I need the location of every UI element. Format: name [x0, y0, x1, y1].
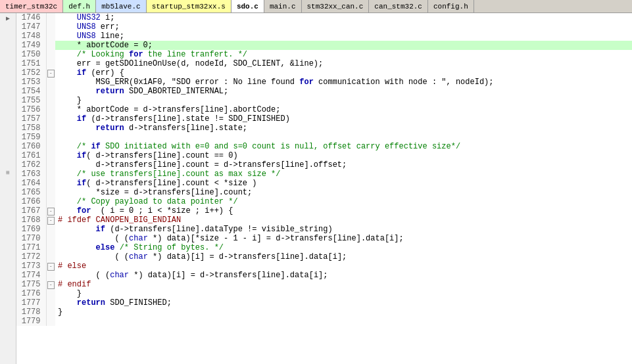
fold-indicator	[46, 59, 55, 68]
table-row: 1749 * abortCode = 0;	[16, 41, 632, 50]
code-line	[55, 133, 632, 142]
fold-indicator[interactable]: -	[46, 280, 55, 289]
table-row: 1773-# else	[16, 262, 632, 271]
code-line: MSG_ERR(0x1AF0, "SDO error : No line fou…	[55, 78, 632, 87]
line-number: 1760	[16, 142, 46, 151]
fold-indicator	[46, 133, 55, 142]
code-line: err = getSDOlineOnUse(d, nodeId, SDO_CLI…	[55, 59, 632, 68]
code-area: 1746 UNS32 i;1747 UNS8 err;1748 UNS8 lin…	[16, 13, 632, 364]
table-row: 1769 if (d->transfers[line].dataType != …	[16, 225, 632, 234]
code-line: /* use transfers[line].count as max size…	[55, 170, 632, 179]
code-line: /* Copy payload to data pointer */	[55, 197, 632, 206]
fold-indicator	[46, 298, 55, 307]
code-line: if (err) {	[55, 68, 632, 78]
code-line: if (d->transfers[line].state != SDO_FINI…	[55, 114, 632, 124]
table-row: 1755 }	[16, 96, 632, 105]
table-row: 1753 MSG_ERR(0x1AF0, "SDO error : No lin…	[16, 78, 632, 87]
table-row: 1746 UNS32 i;	[16, 13, 632, 22]
line-number: 1761	[16, 151, 46, 160]
code-line: }	[55, 289, 632, 298]
table-row: 1775-# endif	[16, 280, 632, 289]
table-row: 1771 else /* String of bytes. */	[16, 243, 632, 252]
fold-indicator	[46, 142, 55, 151]
table-row: 1767- for ( i = 0 ; i < *size ; i++) {	[16, 206, 632, 216]
tab-def-h[interactable]: def.h	[63, 0, 96, 12]
table-row: 1779	[16, 317, 632, 326]
code-line: ( (char *) data)[i] = d->transfers[line]…	[55, 271, 632, 280]
line-number: 1755	[16, 96, 46, 105]
fold-indicator	[46, 160, 55, 170]
fold-indicator	[46, 252, 55, 262]
code-line: return d->transfers[line].state;	[55, 124, 632, 133]
tab-timer-stm32c[interactable]: timer_stm32c	[0, 0, 63, 12]
table-row: 1761 if( d->transfers[line].count == 0)	[16, 151, 632, 160]
fold-indicator[interactable]: -	[46, 216, 55, 225]
line-number: 1747	[16, 22, 46, 32]
code-line: # endif	[55, 280, 632, 289]
tab-config-h[interactable]: config.h	[428, 0, 474, 12]
tab-mb5lave-c[interactable]: mb5lave.c	[96, 0, 146, 12]
code-line: if (d->transfers[line].dataType != visib…	[55, 225, 632, 234]
table-row: 1772 ( (char *) data)[i] = d->transfers[…	[16, 252, 632, 262]
gutter-left: ▶ ≡	[0, 13, 16, 364]
table-row: 1768-# ifdef CANOPEN_BIG_ENDIAN	[16, 216, 632, 225]
table-row: 1759	[16, 133, 632, 142]
tab-main-c[interactable]: main.c	[264, 0, 302, 12]
fold-indicator[interactable]: -	[46, 206, 55, 216]
code-line: d->transfers[line].count = d->transfers[…	[55, 160, 632, 170]
line-number: 1773	[16, 262, 46, 271]
tab-sdo-c[interactable]: sdo.c	[231, 0, 264, 12]
table-row: 1762 d->transfers[line].count = d->trans…	[16, 160, 632, 170]
tab-bar: timer_stm32cdef.hmb5lave.cstartup_stm32x…	[0, 0, 632, 13]
table-row: 1748 UNS8 line;	[16, 32, 632, 41]
gutter-icon-2: ≡	[6, 168, 10, 178]
code-line: if( d->transfers[line].count == 0)	[55, 151, 632, 160]
table-row: 1764 if( d->transfers[line].count < *siz…	[16, 179, 632, 188]
code-line: * abortCode = d->transfers[line].abortCo…	[55, 105, 632, 114]
line-number: 1766	[16, 197, 46, 206]
code-line: else /* String of bytes. */	[55, 243, 632, 252]
code-line: for ( i = 0 ; i < *size ; i++) {	[55, 206, 632, 216]
line-number: 1775	[16, 280, 46, 289]
line-number: 1776	[16, 289, 46, 298]
code-line: * abortCode = 0;	[55, 41, 632, 50]
tab-can-stm32-c[interactable]: can_stm32.c	[369, 0, 428, 12]
fold-indicator	[46, 225, 55, 234]
line-number: 1774	[16, 271, 46, 280]
fold-indicator	[46, 32, 55, 41]
line-number: 1765	[16, 188, 46, 197]
fold-indicator[interactable]: -	[46, 262, 55, 271]
line-number: 1778	[16, 307, 46, 317]
line-number: 1779	[16, 317, 46, 326]
fold-indicator	[46, 188, 55, 197]
table-row: 1777 return SDO_FINISHED;	[16, 298, 632, 307]
code-table: 1746 UNS32 i;1747 UNS8 err;1748 UNS8 lin…	[16, 13, 632, 326]
tab-stm32xx-can-c[interactable]: stm32xx_can.c	[302, 0, 370, 12]
table-row: 1778}	[16, 307, 632, 317]
tab-startup-stm32xx-s[interactable]: startup_stm32xx.s	[147, 0, 231, 12]
table-row: 1765 *size = d->transfers[line].count;	[16, 188, 632, 197]
table-row: 1770 ( (char *) data)[*size - 1 - i] = d…	[16, 234, 632, 243]
line-number: 1749	[16, 41, 46, 50]
fold-indicator	[46, 243, 55, 252]
fold-indicator	[46, 96, 55, 105]
code-line: ( (char *) data)[i] = d->transfers[line]…	[55, 252, 632, 262]
line-number: 1777	[16, 298, 46, 307]
line-number: 1769	[16, 225, 46, 234]
fold-indicator	[46, 41, 55, 50]
table-row: 1766 /* Copy payload to data pointer */	[16, 197, 632, 206]
table-row: 1763 /* use transfers[line].count as max…	[16, 170, 632, 179]
code-line: # ifdef CANOPEN_BIG_ENDIAN	[55, 216, 632, 225]
fold-indicator	[46, 50, 55, 59]
code-line: UNS8 err;	[55, 22, 632, 32]
code-line: # else	[55, 262, 632, 271]
fold-indicator	[46, 22, 55, 32]
fold-indicator	[46, 124, 55, 133]
fold-indicator	[46, 307, 55, 317]
fold-indicator[interactable]: -	[46, 68, 55, 78]
code-line: return SDO_ABORTED_INTERNAL;	[55, 87, 632, 96]
line-number: 1746	[16, 13, 46, 22]
code-line: }	[55, 96, 632, 105]
table-row: 1774 ( (char *) data)[i] = d->transfers[…	[16, 271, 632, 280]
table-row: 1754 return SDO_ABORTED_INTERNAL;	[16, 87, 632, 96]
